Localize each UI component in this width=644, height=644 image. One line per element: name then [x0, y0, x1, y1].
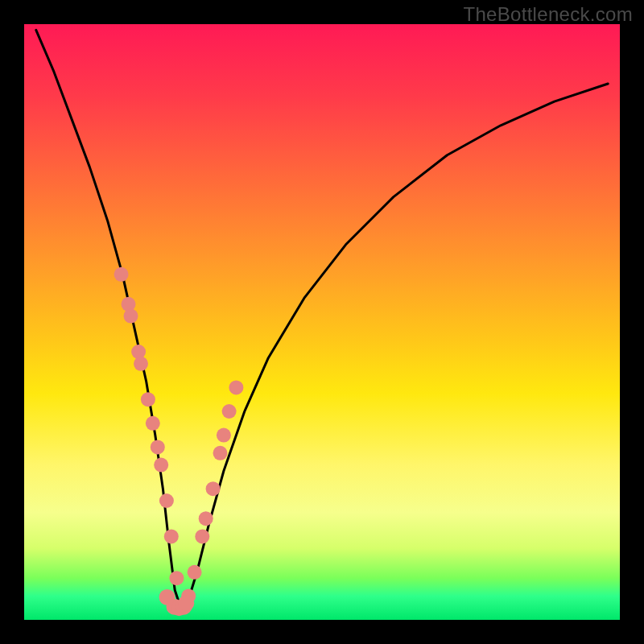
- marker-dot: [213, 446, 228, 460]
- bottleneck-chart: [24, 24, 620, 620]
- curve-path: [36, 30, 608, 608]
- marker-dot: [169, 571, 184, 585]
- marker-dot: [164, 529, 179, 543]
- marker-dot: [122, 297, 136, 312]
- marker-dot: [178, 595, 194, 611]
- marker-dot: [199, 511, 213, 526]
- marker-dot: [141, 392, 155, 407]
- marker-dot: [154, 458, 168, 473]
- marker-dot: [175, 599, 192, 615]
- watermark-text: TheBottleneck.com: [463, 3, 633, 26]
- marker-dot: [124, 309, 138, 324]
- marker-dot: [114, 267, 129, 282]
- marker-dot: [222, 404, 237, 419]
- marker-dot: [188, 565, 202, 580]
- marker-dot: [134, 357, 148, 371]
- marker-dot: [171, 600, 187, 616]
- marker-dot: [181, 588, 196, 603]
- marker-dot: [131, 345, 146, 359]
- marker-dot: [167, 599, 183, 615]
- marker-dot: [151, 440, 165, 454]
- marker-dot: [217, 428, 231, 443]
- marker-dot: [146, 416, 160, 431]
- marker-dot: [229, 380, 243, 394]
- marker-dot: [159, 589, 175, 605]
- marker-dot: [159, 493, 174, 508]
- marker-dot: [178, 598, 192, 613]
- marker-dot: [195, 529, 209, 543]
- figure-frame: TheBottleneck.com: [0, 0, 644, 644]
- marker-dot: [206, 481, 221, 496]
- plot-area: [24, 24, 620, 620]
